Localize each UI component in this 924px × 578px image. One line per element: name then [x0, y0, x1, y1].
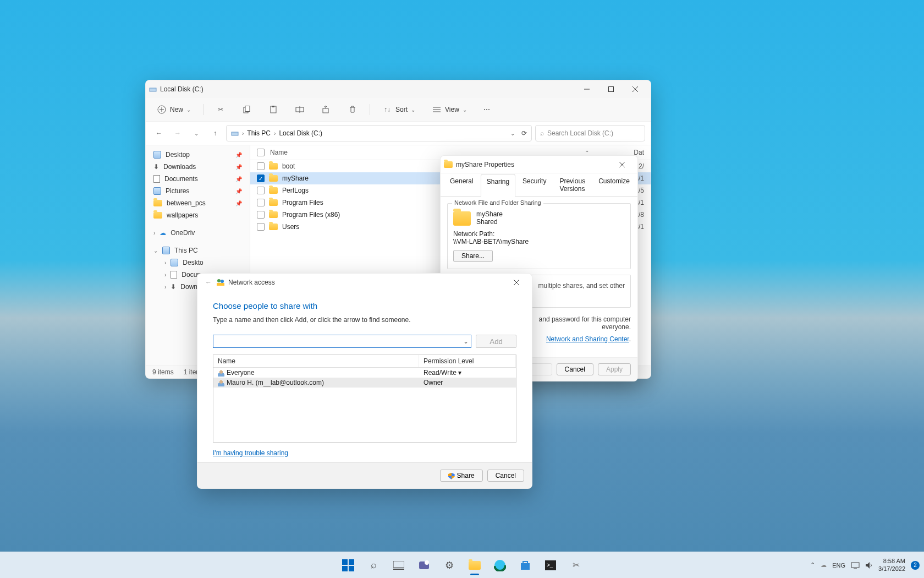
folder-icon — [453, 211, 471, 226]
tray-chevron-icon[interactable]: ⌃ — [810, 561, 815, 569]
sidebar-item-pictures[interactable]: Pictures📌 — [146, 185, 250, 197]
network-tray-icon[interactable] — [851, 561, 860, 569]
apply-button[interactable]: Apply — [598, 363, 631, 375]
notification-badge[interactable]: 2 — [911, 561, 920, 570]
svg-rect-11 — [272, 106, 274, 107]
settings-button[interactable]: ⚙ — [438, 554, 460, 576]
taskview-button[interactable] — [388, 554, 410, 576]
search-input[interactable]: ⌕ Search Local Disk (C:) — [535, 125, 645, 141]
edge-button[interactable] — [489, 554, 511, 576]
tab-previous-versions[interactable]: Previous Versions — [553, 173, 591, 196]
paste-button[interactable] — [264, 102, 283, 117]
recent-button[interactable]: ⌄ — [189, 126, 204, 141]
svg-rect-34 — [521, 563, 530, 570]
tab-security[interactable]: Security — [516, 173, 552, 196]
sidebar-item-betweenpcs[interactable]: between_pcs📌 — [146, 197, 250, 209]
name-input[interactable]: ⌄ — [213, 335, 471, 348]
snip-icon: ✂ — [573, 560, 580, 570]
paste-icon — [268, 105, 278, 114]
teams-button[interactable] — [413, 554, 435, 576]
plus-circle-icon — [157, 105, 167, 114]
network-access-titlebar[interactable]: ← Network access — [197, 274, 532, 291]
permission-level[interactable]: Read/Write ▾ — [419, 368, 516, 378]
checkbox[interactable] — [257, 211, 265, 219]
forward-button[interactable]: → — [170, 126, 185, 141]
trouble-sharing-link[interactable]: I'm having trouble sharing — [213, 449, 288, 457]
search-icon: ⌕ — [540, 129, 544, 137]
folder-icon — [269, 199, 278, 206]
col-name[interactable]: Name — [270, 149, 288, 156]
checkbox[interactable] — [257, 199, 265, 206]
start-button[interactable] — [337, 554, 359, 576]
delete-button[interactable] — [343, 102, 362, 117]
share-button[interactable]: Share... — [453, 250, 493, 262]
sidebar-item-desktop2[interactable]: ›Deskto — [146, 257, 250, 269]
sort-button[interactable]: ↑↓Sort⌄ — [378, 102, 420, 117]
minimize-button[interactable] — [575, 80, 599, 98]
tab-general[interactable]: General — [444, 173, 480, 196]
share-submit-button[interactable]: Share — [440, 470, 483, 482]
share-row[interactable]: Mauro H. (m__lab@outlook.com)Owner — [213, 378, 516, 388]
terminal-icon: >_ — [545, 560, 556, 570]
view-button[interactable]: View⌄ — [427, 102, 471, 117]
chevron-right-icon: › — [153, 230, 155, 236]
trash-icon — [348, 105, 358, 114]
svg-rect-19 — [154, 176, 160, 183]
maximize-button[interactable] — [599, 80, 623, 98]
chevron-down-icon[interactable]: ⌄ — [510, 130, 515, 137]
breadcrumb-thispc[interactable]: This PC — [247, 129, 271, 137]
sidebar-item-desktop[interactable]: Desktop📌 — [146, 149, 250, 161]
cancel-button[interactable]: Cancel — [557, 363, 593, 375]
back-button[interactable]: ← — [205, 279, 212, 286]
up-button[interactable]: ↑ — [207, 126, 223, 141]
edge-icon — [494, 559, 506, 571]
properties-titlebar[interactable]: myShare Properties — [441, 156, 637, 173]
explorer-button[interactable] — [464, 554, 486, 576]
col-name[interactable]: Name — [213, 355, 419, 367]
back-button[interactable]: ← — [151, 126, 167, 141]
cancel-button[interactable]: Cancel — [487, 470, 524, 482]
more-button[interactable]: ⋯ — [479, 103, 494, 116]
snip-button[interactable]: ✂ — [565, 554, 587, 576]
onedrive-tray-icon[interactable]: ☁ — [821, 561, 827, 569]
volume-tray-icon[interactable] — [865, 561, 873, 569]
cut-icon: ✂ — [216, 105, 226, 114]
close-button[interactable] — [623, 80, 647, 98]
select-all-checkbox[interactable] — [257, 149, 265, 156]
sort-indicator-icon: ⌃ — [585, 150, 589, 156]
search-button[interactable]: ⌕ — [362, 554, 384, 576]
cut-button[interactable]: ✂ — [211, 102, 230, 117]
refresh-button[interactable]: ⟳ — [521, 129, 527, 137]
rename-button[interactable] — [290, 102, 309, 117]
store-button[interactable] — [514, 554, 536, 576]
share-row[interactable]: EveryoneRead/Write ▾ — [213, 368, 516, 378]
permission-level[interactable]: Owner — [419, 378, 516, 388]
address-bar[interactable]: › This PC › Local Disk (C:) ⌄ ⟳ — [226, 125, 532, 141]
share-name: myShare — [476, 210, 503, 218]
close-button[interactable] — [504, 274, 529, 291]
share-button[interactable] — [317, 102, 336, 117]
checkbox[interactable] — [257, 223, 265, 231]
sidebar-item-wallpapers[interactable]: wallpapers — [146, 209, 250, 221]
close-button[interactable] — [610, 156, 634, 173]
clock[interactable]: 8:58 AM 3/17/2022 — [878, 558, 905, 572]
tab-customize[interactable]: Customize — [592, 173, 636, 196]
add-button[interactable]: Add — [476, 335, 516, 348]
breadcrumb-current[interactable]: Local Disk (C:) — [279, 129, 322, 137]
sidebar-item-thispc[interactable]: ⌄This PC — [146, 244, 250, 257]
col-permission[interactable]: Permission Level — [419, 355, 516, 367]
sidebar-item-documents[interactable]: Documents📌 — [146, 173, 250, 185]
language-indicator[interactable]: ENG — [832, 562, 845, 569]
tab-sharing[interactable]: Sharing — [481, 174, 515, 197]
explorer-titlebar[interactable]: Local Disk (C:) — [146, 80, 651, 98]
terminal-button[interactable]: >_ — [540, 554, 562, 576]
copy-button[interactable] — [238, 102, 256, 117]
sharing-center-link[interactable]: Network and Sharing Center — [546, 335, 629, 343]
checkbox[interactable] — [257, 162, 265, 170]
sidebar-item-onedrive[interactable]: ›☁OneDriv — [146, 227, 250, 239]
chevron-down-icon[interactable]: ⌄ — [463, 337, 469, 345]
sidebar-item-downloads[interactable]: ⬇Downloads📌 — [146, 161, 250, 173]
new-button[interactable]: New⌄ — [152, 102, 195, 117]
checkbox[interactable] — [257, 187, 265, 194]
checkbox[interactable]: ✓ — [257, 175, 265, 182]
